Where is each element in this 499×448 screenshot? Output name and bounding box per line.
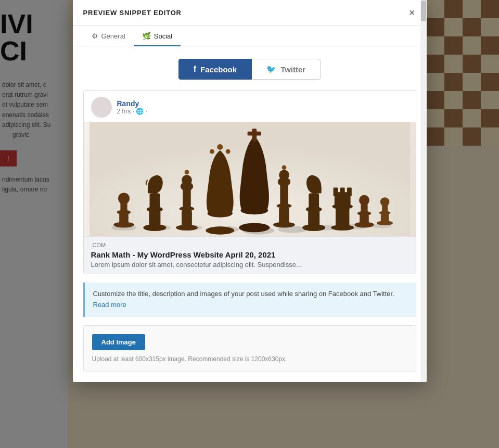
fb-username: Randy <box>117 99 147 108</box>
svg-rect-49 <box>336 208 349 228</box>
svg-point-42 <box>279 170 289 180</box>
add-image-section: Add Image Upload at least 600x315px imag… <box>83 325 416 372</box>
tab-social-label: Social <box>154 32 172 40</box>
svg-point-26 <box>206 226 234 234</box>
svg-point-25 <box>184 170 189 174</box>
svg-rect-38 <box>279 208 289 225</box>
scrollbar-thumb <box>421 1 426 21</box>
svg-point-34 <box>245 160 264 170</box>
svg-point-28 <box>211 169 229 178</box>
tab-general-label: General <box>101 32 125 40</box>
svg-rect-61 <box>380 214 388 223</box>
social-buttons-group: f Facebook 🐦 Twitter <box>83 59 416 80</box>
svg-rect-53 <box>340 188 344 197</box>
fb-card-title: Rank Math - My WordPress Website April 2… <box>91 250 408 259</box>
svg-rect-36 <box>247 132 261 136</box>
add-image-button[interactable]: Add Image <box>92 334 145 350</box>
chess-pieces-svg <box>84 122 416 236</box>
facebook-icon: f <box>194 65 196 74</box>
svg-point-31 <box>225 149 230 154</box>
svg-point-59 <box>359 195 369 206</box>
twitter-bird-icon: 🐦 <box>266 65 276 74</box>
facebook-button[interactable]: f Facebook <box>178 59 252 80</box>
avatar <box>91 97 112 118</box>
fb-meta: 2 hrs · 🌐 · <box>117 108 147 115</box>
modal-overlay: PREVIEW SNIPPET EDITOR × ⚙ General 🌿 Soc… <box>0 0 499 448</box>
svg-rect-16 <box>149 211 160 228</box>
info-box: Customize the title, description and ima… <box>83 283 416 317</box>
modal-header: PREVIEW SNIPPET EDITOR × <box>73 0 427 25</box>
twitter-button[interactable]: 🐦 Twitter <box>252 59 321 80</box>
svg-point-30 <box>217 144 223 150</box>
svg-rect-47 <box>309 194 319 210</box>
read-more-link[interactable]: Read more <box>93 301 126 309</box>
svg-point-27 <box>207 209 232 217</box>
fb-card-description: Lorem ipsum dolor sit amet, consectetur … <box>91 261 408 268</box>
svg-point-43 <box>282 165 286 170</box>
svg-point-32 <box>239 223 270 233</box>
svg-point-64 <box>380 197 389 207</box>
svg-rect-45 <box>308 211 319 228</box>
modal-tabs: ⚙ General 🌿 Social <box>73 25 427 46</box>
facebook-label: Facebook <box>200 65 237 74</box>
svg-rect-56 <box>360 214 369 225</box>
tab-social[interactable]: 🌿 Social <box>134 25 181 46</box>
add-image-hint: Upload at least 600x315px image. Recomme… <box>92 355 407 363</box>
svg-rect-54 <box>347 188 352 197</box>
fb-domain: .COM <box>91 242 408 248</box>
fb-card-header: Randy 2 hrs · 🌐 · <box>84 91 416 122</box>
twitter-label: Twitter <box>280 65 305 74</box>
modal-title: PREVIEW SNIPPET EDITOR <box>83 9 182 17</box>
fb-preview-image <box>84 122 416 236</box>
gear-icon: ⚙ <box>92 32 98 40</box>
svg-point-33 <box>240 207 268 214</box>
tab-general[interactable]: ⚙ General <box>83 25 134 46</box>
svg-rect-20 <box>182 211 192 228</box>
facebook-preview-card: Randy 2 hrs · 🌐 · <box>83 90 416 274</box>
modal-scrollbar[interactable] <box>420 0 427 382</box>
svg-rect-52 <box>333 188 338 197</box>
svg-rect-18 <box>149 194 160 210</box>
close-button[interactable]: × <box>408 7 416 18</box>
modal-body: f Facebook 🐦 Twitter Randy 2 hrs · 🌐 · <box>73 46 427 382</box>
modal-dialog: PREVIEW SNIPPET EDITOR × ⚙ General 🌿 Soc… <box>73 0 427 382</box>
svg-rect-11 <box>119 213 129 225</box>
svg-point-24 <box>182 175 192 185</box>
fb-user-info: Randy 2 hrs · 🌐 · <box>117 99 147 115</box>
info-box-text: Customize the title, description and ima… <box>93 290 394 298</box>
social-icon: 🌿 <box>142 32 151 40</box>
svg-point-29 <box>210 149 214 154</box>
svg-rect-40 <box>280 183 288 206</box>
fb-card-footer: .COM Rank Math - My WordPress Website Ap… <box>84 236 416 274</box>
svg-point-14 <box>118 193 130 204</box>
